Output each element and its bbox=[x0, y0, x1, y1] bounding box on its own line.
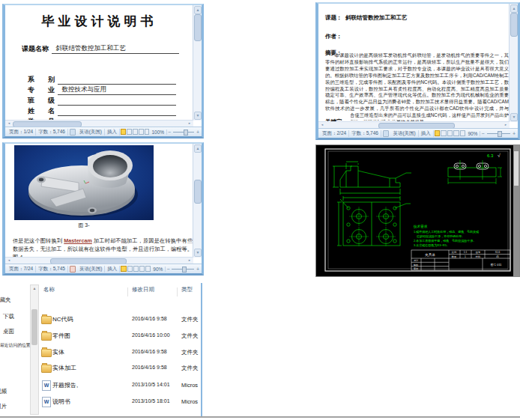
scroll-up-icon[interactable]: ▲ bbox=[194, 144, 202, 153]
view-draft-button[interactable] bbox=[145, 129, 150, 135]
zoom-level[interactable]: 100% bbox=[149, 130, 167, 135]
sidebar-item-downloads[interactable]: 下载 bbox=[0, 313, 30, 322]
zoom-level[interactable]: 90% bbox=[465, 131, 480, 136]
view-outline-button[interactable] bbox=[139, 266, 145, 272]
material-value: 45 bbox=[496, 255, 499, 258]
view-print-layout-button[interactable] bbox=[121, 129, 126, 135]
word-window-abstract: 课题： 斜联结管数控加工和工艺 作者： 摘要： 本课题设计的是高级轿车发动机排气… bbox=[315, 2, 520, 140]
zoom-in-button[interactable]: + bbox=[196, 267, 200, 272]
file-row[interactable]: 实体加工 2016/4/16 9:58 文件夹 bbox=[39, 362, 201, 375]
word-count[interactable]: 字数：5,745 bbox=[36, 266, 68, 273]
sidebar-item-recent-places[interactable]: 最近访问的位置 bbox=[0, 342, 30, 351]
view-fullscreen-button[interactable] bbox=[127, 129, 132, 135]
page-indicator[interactable]: 页面：2/24 bbox=[320, 130, 349, 137]
sidebar-item-pictures[interactable]: 图片 bbox=[0, 403, 30, 412]
file-row[interactable]: 零件图 2016/4/16 10:00 文件夹 bbox=[39, 329, 201, 343]
scroll-down-icon[interactable]: ▼ bbox=[194, 249, 202, 257]
proofing-icon[interactable] bbox=[383, 130, 389, 137]
word-status-bar: 页面：1/24 字数：5,746 英语(美国) 插入 100% − + bbox=[5, 127, 202, 136]
collage-bottom-border bbox=[0, 416, 520, 418]
language-indicator[interactable]: 英语(美国) bbox=[77, 266, 105, 273]
insert-mode[interactable]: 插入 bbox=[105, 266, 120, 273]
zoom-out-button[interactable]: − bbox=[166, 267, 170, 272]
view-draft-button[interactable] bbox=[460, 130, 466, 136]
proofing-error-icon[interactable] bbox=[70, 266, 76, 273]
view-slots-top bbox=[448, 160, 502, 184]
scale-label: 比例 bbox=[452, 251, 456, 254]
scroll-up-icon[interactable]: ▲ bbox=[510, 4, 518, 13]
cover-page: 毕业设计说明书 课题名称 斜联结管数控加工和工艺 系 别 专 业 数控技术与应用… bbox=[5, 5, 193, 121]
sidebar-scrollbar[interactable]: ▲ bbox=[30, 284, 39, 415]
language-indicator[interactable]: 英语(美国) bbox=[390, 130, 418, 137]
scroll-up-icon[interactable]: ▲ bbox=[194, 6, 202, 14]
subject-label: 课题名称 bbox=[22, 45, 49, 52]
draw-label: 制图 bbox=[414, 264, 418, 267]
scroll-thumb[interactable] bbox=[194, 14, 202, 41]
scale-value: 1:1 bbox=[464, 251, 468, 254]
view-draft-button[interactable] bbox=[145, 266, 151, 272]
insert-mode[interactable]: 插入 bbox=[419, 130, 434, 137]
zoom-out-button[interactable]: − bbox=[480, 131, 485, 136]
column-header-name[interactable]: 名称 bbox=[43, 286, 55, 293]
vertical-scrollbar[interactable]: ▲ ▼ bbox=[193, 144, 202, 258]
sidebar-item-desktop[interactable]: 桌面 bbox=[0, 328, 30, 337]
scroll-down-icon[interactable]: ▼ bbox=[194, 112, 202, 120]
file-row[interactable]: W 说明书 2013/10/5 18:01 Micros bbox=[39, 395, 201, 409]
view-fullscreen-button[interactable] bbox=[127, 266, 133, 272]
view-print-layout-button[interactable] bbox=[435, 130, 441, 136]
zoom-slider-thumb[interactable] bbox=[182, 267, 187, 273]
column-header-date[interactable]: 修改日期 bbox=[132, 286, 154, 293]
zoom-level[interactable]: 90% bbox=[151, 267, 166, 272]
scroll-thumb[interactable] bbox=[510, 13, 518, 37]
view-print-layout-button[interactable] bbox=[121, 266, 126, 272]
scroll-left-icon[interactable]: ◄ bbox=[319, 123, 325, 127]
view-outline-button[interactable] bbox=[139, 129, 144, 135]
scroll-left-icon[interactable]: ◄ bbox=[6, 121, 12, 126]
scroll-right-icon[interactable]: ► bbox=[187, 121, 193, 126]
file-row[interactable]: NC代码 2016/4/16 9:58 文件夹 bbox=[39, 313, 201, 326]
scroll-thumb[interactable] bbox=[31, 309, 37, 345]
scroll-left-icon[interactable]: ◄ bbox=[6, 258, 12, 263]
proofing-icon[interactable] bbox=[70, 129, 76, 136]
zoom-slider-thumb[interactable] bbox=[498, 131, 502, 137]
scroll-right-icon[interactable]: ► bbox=[503, 123, 509, 127]
language-indicator[interactable]: 英语(美国) bbox=[77, 129, 105, 136]
roughness-value: 6.3 bbox=[487, 153, 494, 158]
view-web-button[interactable] bbox=[447, 130, 453, 136]
word-count[interactable]: 字数：5,746 bbox=[349, 130, 381, 137]
view-outline-button[interactable] bbox=[453, 130, 459, 136]
scroll-down-icon[interactable]: ▼ bbox=[510, 113, 518, 121]
sidebar-item-videos[interactable]: 视频 bbox=[0, 388, 30, 397]
zoom-slider[interactable] bbox=[172, 266, 193, 272]
zoom-slider[interactable] bbox=[173, 129, 194, 135]
word-count[interactable]: 字数：5,746 bbox=[36, 129, 68, 136]
cad-scrollbar[interactable] bbox=[513, 145, 519, 276]
column-header-type[interactable]: 类型 bbox=[181, 286, 193, 293]
qty-label: 数量 bbox=[452, 255, 457, 258]
view-web-button[interactable] bbox=[133, 129, 138, 135]
view-fullscreen-button[interactable] bbox=[441, 130, 447, 136]
page-indicator[interactable]: 页面：1/24 bbox=[7, 129, 36, 136]
vertical-scrollbar[interactable]: ▲ ▼ bbox=[193, 5, 202, 121]
zoom-slider-thumb[interactable] bbox=[184, 130, 188, 136]
insert-mode[interactable]: 插入 bbox=[105, 129, 120, 136]
view-web-button[interactable] bbox=[133, 266, 139, 272]
flange-3d-render bbox=[14, 145, 154, 220]
hole-feature bbox=[376, 207, 396, 226]
scroll-thumb[interactable] bbox=[194, 180, 202, 204]
vertical-scrollbar[interactable]: ▲ ▼ bbox=[509, 4, 518, 122]
zoom-slider[interactable] bbox=[487, 130, 510, 136]
page-indicator[interactable]: 页面：7/24 bbox=[7, 266, 36, 273]
file-row[interactable]: W 开题报告, 2013/10/5 14:01 Micros bbox=[39, 379, 201, 392]
tube-bore bbox=[93, 155, 127, 177]
mastercam-link[interactable]: Mastercam bbox=[64, 237, 92, 244]
zoom-in-button[interactable]: + bbox=[512, 131, 516, 136]
scroll-thumb[interactable] bbox=[514, 151, 519, 186]
cad-window: 6.3 √ bbox=[315, 144, 520, 277]
zoom-in-button[interactable]: + bbox=[196, 130, 200, 135]
scroll-right-icon[interactable]: ► bbox=[187, 258, 193, 263]
zoom-out-button[interactable]: − bbox=[167, 130, 172, 135]
file-row[interactable]: 实体 2016/4/16 9:58 文件夹 bbox=[39, 346, 201, 359]
sidebar-item-favorites[interactable]: 收藏夹 bbox=[0, 296, 30, 305]
scroll-up-icon[interactable]: ▲ bbox=[31, 285, 38, 292]
